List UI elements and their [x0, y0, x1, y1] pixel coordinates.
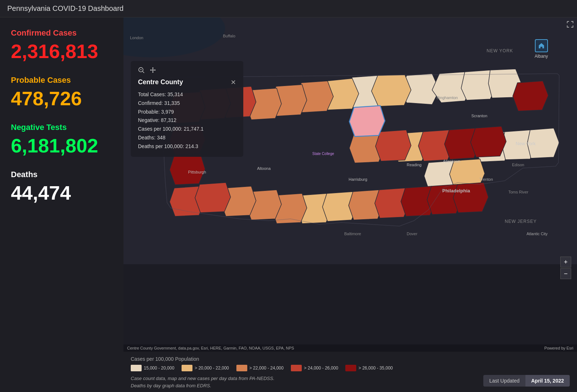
svg-marker-49 [150, 69, 151, 71]
deaths-block: Deaths 44,474 [11, 170, 113, 203]
attribution-text: Centre County Government, data.pa.gov, E… [127, 346, 294, 350]
svg-marker-47 [152, 67, 154, 68]
popup-county-name: Centre County [138, 78, 183, 86]
map-panel: Pittsburgh Altoona State College Harrisb… [123, 17, 577, 392]
footer-area: Cases per 100,000 Population 15,000 - 20… [123, 352, 577, 392]
svg-marker-29 [375, 130, 411, 161]
popup-probable: Probable: 3,979 [138, 108, 236, 117]
zoom-out-icon[interactable] [138, 67, 145, 75]
svg-marker-38 [513, 81, 548, 111]
probable-cases-label: Probable Cases [11, 75, 113, 85]
popup-body: Total Cases: 35,314 Confirmed: 31,335 Pr… [138, 90, 236, 151]
popup-confirmed: Confirmed: 31,335 [138, 99, 236, 108]
negative-tests-block: Negative Tests 6,181,802 [11, 123, 113, 155]
negative-tests-label: Negative Tests [11, 123, 113, 132]
legend-swatch-3 [291, 365, 302, 371]
map-container[interactable]: Pittsburgh Altoona State College Harrisb… [123, 17, 577, 352]
albany-label: Albany [535, 54, 548, 59]
legend-swatch-0 [131, 365, 142, 371]
footnote-row: Case count data, map and new cases per d… [131, 375, 570, 389]
legend-item-1: > 20,000 - 22,000 [182, 365, 229, 371]
svg-marker-37 [170, 154, 205, 185]
probable-cases-value: 478,726 [11, 89, 113, 108]
page-title: Pennsylvania COVID-19 Dashboard [7, 4, 123, 12]
powered-by: Powered by Esri [544, 346, 573, 350]
expand-icon[interactable] [567, 21, 573, 29]
legend-label-3: > 24,000 - 26,000 [304, 366, 338, 371]
last-updated-date: April 15, 2022 [525, 375, 570, 387]
confirmed-cases-block: Confirmed Cases 2,316,813 [11, 28, 113, 61]
map-attribution-bar: Centre County Government, data.pa.gov, E… [123, 344, 577, 352]
albany-marker: Albany [535, 39, 548, 59]
popup-deaths-per-100k: Deaths per 100,000: 214.3 [138, 142, 236, 151]
svg-marker-32 [195, 183, 231, 213]
main-content: Confirmed Cases 2,316,813 Probable Cases… [0, 17, 577, 392]
legend-swatch-1 [182, 365, 192, 371]
confirmed-cases-label: Confirmed Cases [11, 28, 113, 38]
confirmed-cases-value: 2,316,813 [11, 41, 113, 61]
legend-label-1: > 20,000 - 22,000 [195, 366, 229, 371]
zoom-out-button[interactable]: − [560, 268, 571, 279]
legend-swatch-2 [236, 365, 247, 371]
svg-marker-9 [527, 128, 559, 158]
last-updated-box: Last Updated April 15, 2022 [483, 375, 570, 387]
legend-item-2: > 22,000 - 24,000 [236, 365, 284, 371]
legend-item-4: > 26,000 - 35,000 [345, 365, 393, 371]
legend-label-2: > 22,000 - 24,000 [249, 366, 284, 371]
popup-negative: Negative: 87,312 [138, 116, 236, 125]
albany-home-icon [535, 39, 548, 52]
svg-marker-48 [152, 72, 154, 73]
legend-label-0: 15,000 - 20,000 [144, 366, 174, 371]
popup-header: Centre County ✕ [138, 78, 236, 86]
page-header: Pennsylvania COVID-19 Dashboard [0, 0, 577, 17]
svg-line-44 [143, 72, 144, 73]
last-updated-label: Last Updated [483, 375, 525, 387]
svg-marker-39 [471, 126, 506, 157]
legend-items: 15,000 - 20,000 > 20,000 - 22,000 > 22,0… [131, 365, 570, 371]
legend-title: Cases per 100,000 Population [131, 356, 570, 362]
stats-panel: Confirmed Cases 2,316,813 Probable Cases… [0, 17, 123, 392]
popup-deaths: Deaths: 348 [138, 134, 236, 142]
popup-close-button[interactable]: ✕ [231, 79, 236, 86]
svg-marker-50 [155, 69, 156, 71]
negative-tests-value: 6,181,802 [11, 136, 113, 155]
svg-marker-40 [453, 183, 488, 213]
legend-item-0: 15,000 - 20,000 [131, 365, 174, 371]
legend-item-3: > 24,000 - 26,000 [291, 365, 338, 371]
popup-cases-per-100k: Cases per 100,000: 21,747.1 [138, 125, 236, 134]
popup-total-cases: Total Cases: 35,314 [138, 90, 236, 99]
zoom-in-button[interactable]: + [560, 257, 571, 268]
legend-swatch-4 [345, 365, 356, 371]
deaths-label: Deaths [11, 170, 113, 179]
svg-marker-41 [349, 106, 385, 136]
pan-icon[interactable] [150, 67, 156, 75]
svg-marker-11 [371, 75, 411, 106]
zoom-controls: + − [560, 257, 571, 279]
popup-tools [138, 67, 236, 75]
deaths-value: 44,474 [11, 183, 113, 203]
legend-label-4: > 26,000 - 35,000 [358, 366, 393, 371]
footnote-text: Case count data, map and new cases per d… [131, 375, 290, 389]
probable-cases-block: Probable Cases 478,726 [11, 75, 113, 108]
county-popup: Centre County ✕ Total Cases: 35,314 Conf… [131, 61, 243, 157]
